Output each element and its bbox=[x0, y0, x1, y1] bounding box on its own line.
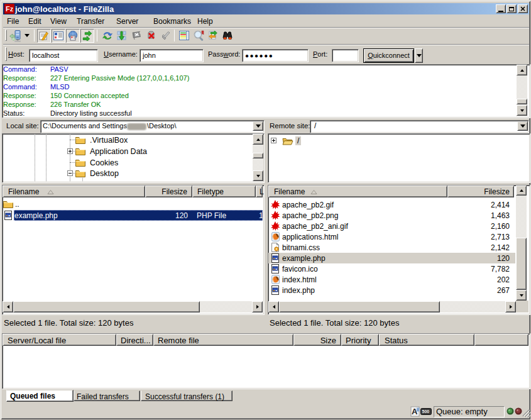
svg-text:500: 500 bbox=[422, 409, 430, 414]
svg-text:Fz: Fz bbox=[6, 5, 14, 13]
